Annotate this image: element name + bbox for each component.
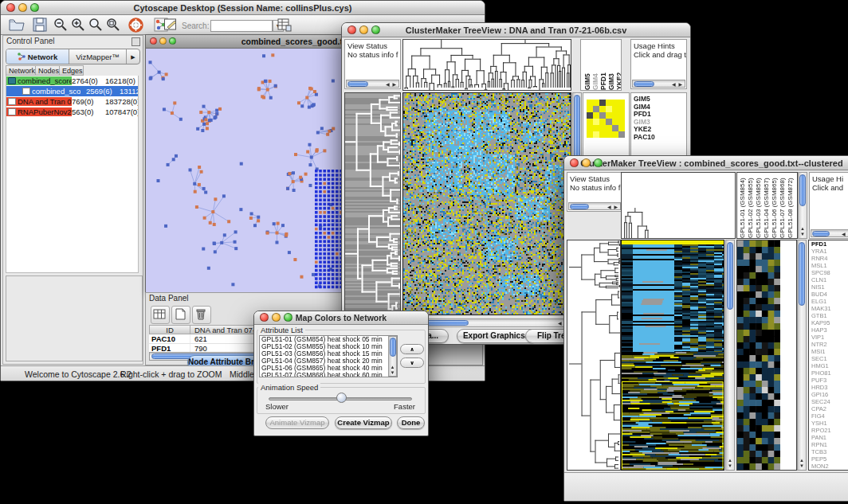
close-icon[interactable] — [260, 313, 269, 322]
annotation-icon[interactable] — [163, 18, 179, 33]
gene-label[interactable]: FIG4 — [811, 412, 848, 420]
gene-label[interactable]: VIP1 — [811, 334, 848, 341]
gene-label[interactable]: MSL1 — [811, 262, 848, 269]
dialog-button[interactable]: Create Vizmap — [335, 416, 392, 429]
gene-label[interactable]: TCB3 — [811, 448, 848, 455]
gene-label[interactable]: RPN1 — [811, 441, 848, 448]
gene-label[interactable]: SPC98 — [811, 269, 848, 276]
dialog-button[interactable]: Done — [397, 416, 425, 429]
zoom-window-icon[interactable] — [284, 313, 292, 322]
gene-label[interactable]: SEC24 — [811, 398, 848, 405]
gene-label[interactable]: CPA2 — [811, 405, 848, 412]
gene-label[interactable]: PHO81 — [811, 369, 848, 377]
gene-label[interactable]: YSH1 — [811, 420, 848, 427]
new-attribute-icon[interactable] — [171, 306, 190, 324]
gene-label[interactable]: RNR4 — [811, 255, 848, 262]
attribute-listbox[interactable]: GPL51-01 (GSM854) heat shock 05 minGPL51… — [259, 335, 398, 377]
zoom-selected-icon[interactable] — [88, 18, 104, 33]
gene-label[interactable]: PAC10 — [634, 134, 686, 142]
zoom-in-icon[interactable] — [71, 18, 87, 33]
gene-label[interactable]: PAN1 — [811, 434, 848, 441]
dialog-button[interactable]: Animate Vizmap — [265, 416, 329, 429]
zoom-window-icon[interactable] — [594, 158, 603, 167]
gene-label[interactable]: NIS1 — [811, 283, 848, 291]
help-lifering-icon[interactable] — [128, 18, 144, 33]
zoom-window-icon[interactable] — [371, 25, 380, 34]
usage-hints-hscrollbar[interactable]: ◀ ▶ — [811, 229, 848, 237]
gene-label[interactable]: HRD3 — [811, 384, 848, 391]
column-label[interactable]: GPL51-01 (GSM854) — [739, 173, 747, 238]
column-label[interactable]: GPL51-08 (GSM872) — [787, 173, 795, 238]
column-label[interactable]: PFD1 — [599, 40, 607, 90]
heatmap-vscrollbar[interactable]: ▲▼ — [725, 240, 735, 471]
zoom-window-icon[interactable] — [169, 37, 176, 45]
global-heatmap-canvas[interactable] — [621, 240, 724, 471]
minimize-icon[interactable] — [359, 25, 368, 34]
main-titlebar[interactable]: Cytoscape Desktop (Session Name: collins… — [1, 1, 485, 15]
array-dendrogram-panel[interactable] — [402, 39, 571, 91]
attribute-select-icon[interactable] — [151, 306, 170, 324]
view-status-hscrollbar[interactable]: ◀ ▶ — [568, 202, 621, 210]
close-icon[interactable] — [6, 3, 15, 12]
gene-label[interactable]: PEP5 — [811, 455, 848, 463]
move-down-button[interactable]: ∨ — [400, 357, 424, 368]
network-table-row[interactable]: DNA and Tran 07 769(0) 183728(0) — [6, 96, 138, 107]
gene-label[interactable]: HAP3 — [811, 326, 848, 334]
gene-label[interactable]: MSI1 — [811, 348, 848, 355]
zoom-window-icon[interactable] — [30, 3, 39, 12]
usage-hints-hscrollbar[interactable]: ◀ ▶ — [632, 80, 685, 88]
tab-vizmapper[interactable]: VizMapper™ — [69, 49, 127, 64]
zoom-heatmap-panel[interactable] — [736, 240, 797, 471]
minimize-icon[interactable] — [159, 37, 167, 45]
network-overview-thumbnail[interactable] — [6, 275, 143, 361]
view-status-hscrollbar[interactable]: ◀ ▶ — [346, 80, 399, 88]
gene-label[interactable]: MON2 — [811, 463, 848, 470]
network-table-row[interactable]: combined_scores 2764(0) 16218(0) — [6, 76, 138, 86]
gene-label[interactable]: BUD4 — [811, 291, 848, 298]
column-label[interactable]: GPL51-07 (GSM868) — [779, 173, 787, 238]
gene-label[interactable]: SEC1 — [811, 355, 848, 362]
close-icon[interactable] — [150, 37, 157, 45]
column-label[interactable]: GIM4 — [591, 40, 599, 90]
gene-label[interactable]: KAP95 — [811, 319, 848, 326]
close-icon[interactable] — [570, 158, 579, 167]
tab-network[interactable]: Network — [6, 49, 69, 64]
network-table-row[interactable]: RNAPuberNov2+ 563(0) 107847(0) — [6, 107, 138, 117]
column-label[interactable]: GPL51-04 (GSM857) — [763, 173, 771, 238]
gene-dendrogram-panel[interactable] — [567, 240, 621, 471]
tab-overflow-arrow[interactable]: ▶ — [127, 49, 139, 64]
move-up-button[interactable]: ∧ — [400, 344, 424, 354]
gene-label[interactable]: YRA1 — [811, 248, 848, 255]
dialog-titlebar[interactable]: Map Colors to Network — [254, 311, 428, 325]
array-dendrogram-panel[interactable] — [621, 172, 736, 239]
import-table-icon[interactable] — [277, 18, 292, 33]
close-icon[interactable] — [347, 25, 356, 34]
global-heatmap-canvas[interactable] — [402, 92, 571, 315]
column-labels-vscrollbar[interactable]: ▲▼ — [798, 172, 807, 239]
gene-label[interactable]: NTR2 — [811, 341, 848, 348]
treeview1-titlebar[interactable]: ClusterMaker TreeView : DNA and Tran 07-… — [342, 23, 690, 37]
minimize-icon[interactable] — [272, 313, 281, 322]
delete-attribute-trash-icon[interactable] — [192, 306, 211, 324]
column-label[interactable]: GPL51-03 (GSM856) — [755, 173, 763, 238]
treeview2-titlebar[interactable]: ClusterMaker TreeView : combined_scores_… — [564, 156, 848, 170]
gene-label[interactable]: PUF3 — [811, 377, 848, 384]
float-panel-icon[interactable] — [132, 37, 140, 46]
column-label[interactable]: GIM3 — [607, 40, 615, 90]
gene-label[interactable]: RPO21 — [811, 427, 848, 434]
slider-thumb[interactable] — [336, 393, 347, 403]
open-folder-icon[interactable] — [9, 18, 25, 33]
zoom-fit-icon[interactable] — [106, 18, 122, 33]
column-label[interactable]: GIM5 — [583, 40, 591, 90]
search-input[interactable]: ▼ — [210, 20, 273, 32]
gene-dendrogram-panel[interactable] — [344, 92, 401, 315]
attribute-list-item[interactable]: GPL51-07 (GSM868) heat shock 60 min — [260, 372, 397, 377]
zoom-out-icon[interactable] — [53, 18, 69, 33]
gene-label[interactable]: PFD1 — [811, 240, 848, 248]
listbox-vscrollbar[interactable]: ▲▼ — [388, 336, 397, 377]
minimize-icon[interactable] — [18, 3, 27, 12]
column-label[interactable]: GPL51-06 (GSM865) — [771, 173, 779, 238]
gene-label[interactable]: GTB1 — [811, 312, 848, 319]
column-header-id[interactable]: ID — [149, 325, 190, 334]
column-label[interactable]: GPL51-02 (GSM855) — [747, 173, 755, 238]
